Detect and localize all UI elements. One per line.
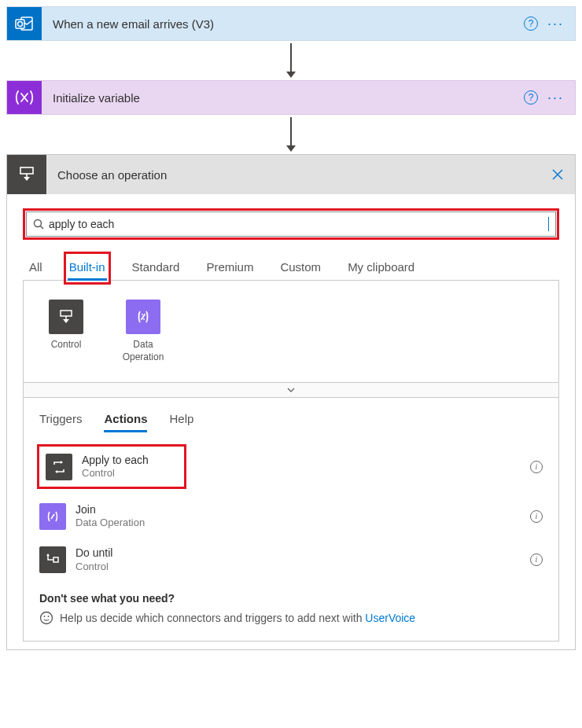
action-title: Do until — [76, 546, 112, 560]
operation-icon — [7, 155, 46, 194]
uservoice-link[interactable]: UserVoice — [365, 612, 415, 624]
tab-clipboard[interactable]: My clipboard — [346, 256, 416, 281]
info-icon[interactable]: i — [530, 553, 543, 566]
action-title: Apply to each — [82, 453, 149, 467]
action-apply-to-each[interactable]: Apply to each Control — [39, 447, 184, 487]
svg-marker-16 — [63, 319, 69, 323]
tab-builtin[interactable]: Built-in — [68, 256, 107, 281]
sub-tab-help[interactable]: Help — [169, 412, 193, 432]
smiley-icon — [39, 611, 53, 625]
sub-tab-actions[interactable]: Actions — [104, 412, 147, 432]
close-button[interactable] — [551, 168, 575, 181]
connector-label: Data Operation — [123, 339, 164, 363]
more-menu-icon[interactable]: ··· — [547, 17, 564, 31]
footer-text: Help us decide which connectors and trig… — [60, 612, 365, 624]
connector-control[interactable]: Control — [39, 300, 93, 363]
svg-marker-17 — [61, 461, 63, 464]
outlook-icon — [7, 6, 42, 41]
tab-premium[interactable]: Premium — [204, 256, 255, 281]
do-until-icon — [39, 546, 66, 573]
flow-arrow — [6, 41, 576, 80]
choose-operation-panel: Choose an operation — [6, 154, 576, 650]
control-icon — [49, 300, 83, 334]
svg-marker-18 — [55, 470, 57, 473]
svg-line-19 — [51, 514, 54, 519]
result-sub-tabs: Triggers Actions Help — [39, 412, 543, 432]
svg-line-13 — [41, 226, 44, 230]
svg-point-12 — [35, 220, 42, 227]
panel-title: Choose an operation — [46, 168, 551, 182]
variable-icon — [7, 80, 42, 115]
tab-standard[interactable]: Standard — [131, 256, 182, 281]
help-icon[interactable]: ? — [524, 17, 538, 31]
action-title: Join — [76, 502, 145, 517]
svg-marker-21 — [46, 553, 50, 556]
flow-arrow — [6, 115, 576, 154]
action-join-row[interactable]: Join Data Operation i — [39, 502, 543, 530]
svg-marker-6 — [286, 145, 296, 152]
svg-point-22 — [41, 612, 53, 624]
footer-question: Don't see what you need? — [39, 592, 543, 605]
more-menu-icon[interactable]: ··· — [547, 90, 564, 105]
step-initialize-variable[interactable]: Initialize variable ? ··· — [6, 80, 576, 115]
step-email-trigger[interactable]: When a new email arrives (V3) ? ··· — [6, 6, 576, 41]
join-icon — [39, 503, 66, 530]
category-tabs: All Built-in Standard Premium Custom My … — [23, 252, 559, 281]
svg-point-23 — [44, 616, 46, 618]
svg-marker-9 — [24, 177, 30, 181]
tab-custom[interactable]: Custom — [278, 256, 322, 281]
data-operation-icon — [126, 300, 160, 334]
action-do-until-row[interactable]: Do until Control i — [39, 546, 543, 573]
sub-tab-triggers[interactable]: Triggers — [39, 412, 82, 432]
svg-rect-7 — [20, 167, 33, 174]
search-highlight — [23, 208, 559, 240]
text-cursor — [548, 217, 549, 231]
svg-rect-14 — [61, 311, 72, 316]
svg-rect-20 — [53, 557, 58, 562]
connector-data-operation[interactable]: Data Operation — [116, 300, 170, 363]
svg-point-24 — [48, 616, 50, 618]
loop-icon — [46, 454, 72, 480]
action-subtitle: Control — [82, 467, 149, 480]
tab-all[interactable]: All — [28, 256, 44, 281]
search-icon — [33, 219, 44, 230]
info-icon[interactable]: i — [530, 510, 543, 523]
search-input[interactable] — [49, 218, 545, 230]
collapse-connectors-button[interactable] — [23, 382, 559, 398]
connector-label: Control — [51, 339, 82, 351]
svg-rect-1 — [16, 20, 24, 28]
svg-marker-4 — [286, 72, 296, 78]
info-icon[interactable]: i — [530, 461, 543, 473]
step-title: Initialize variable — [42, 91, 524, 105]
step-title: When a new email arrives (V3) — [42, 17, 524, 31]
action-subtitle: Control — [76, 561, 112, 574]
action-subtitle: Data Operation — [76, 517, 145, 530]
help-icon[interactable]: ? — [524, 90, 538, 105]
